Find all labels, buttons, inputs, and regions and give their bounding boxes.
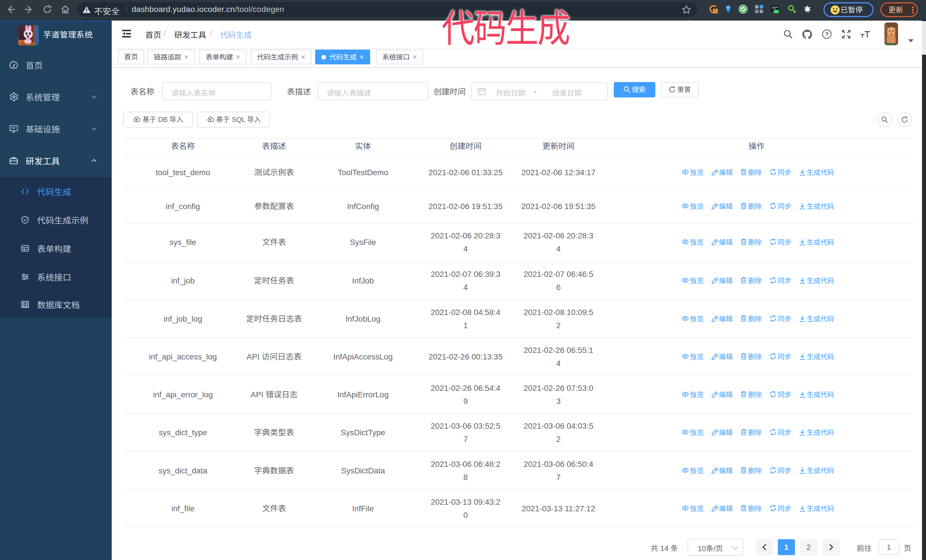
svg-text:on: on	[775, 10, 778, 13]
svg-text:?: ?	[825, 31, 829, 37]
svg-text:1: 1	[714, 9, 717, 13]
